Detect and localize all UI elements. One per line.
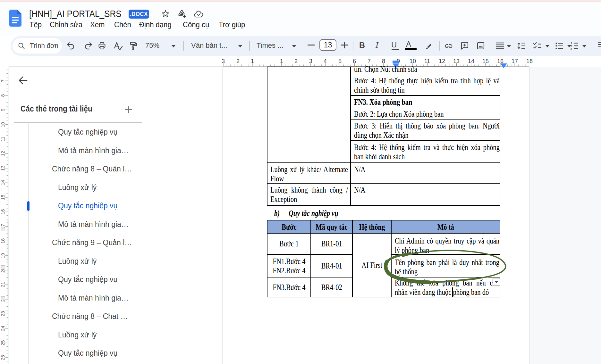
svg-text:3: 3 [571, 47, 572, 50]
